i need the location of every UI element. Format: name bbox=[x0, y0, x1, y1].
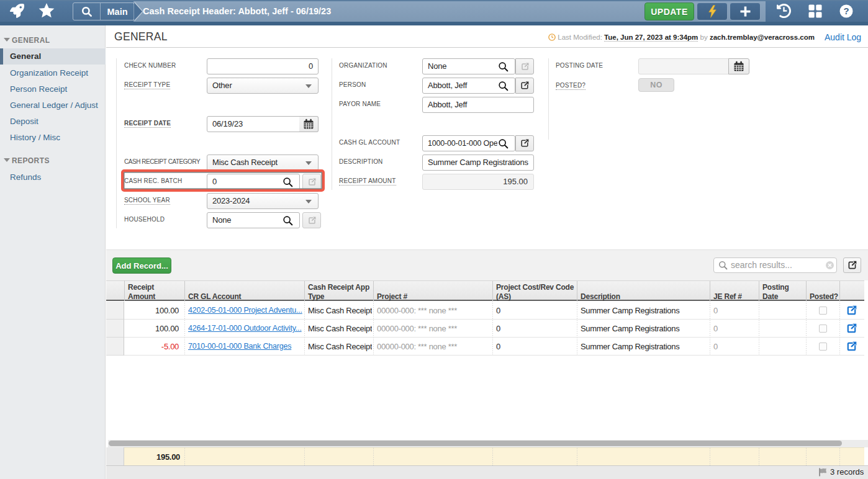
svg-text:?: ? bbox=[843, 6, 849, 16]
